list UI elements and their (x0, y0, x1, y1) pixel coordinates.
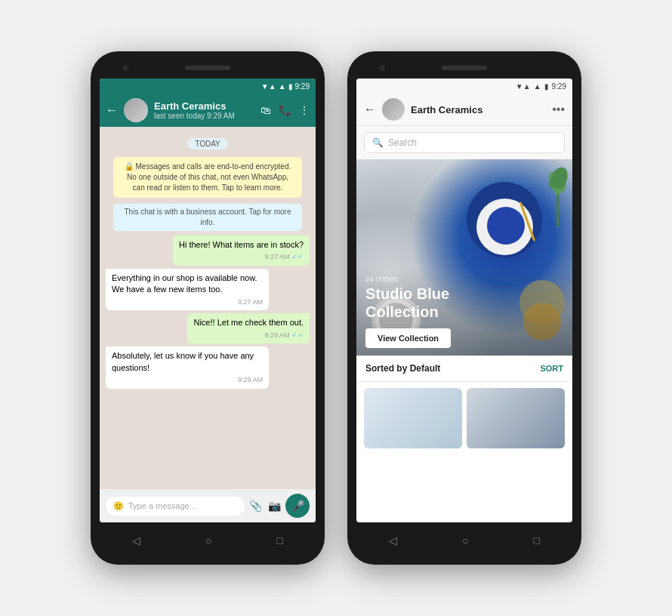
message-text: Absolutely, let us know if you have any … (112, 351, 254, 371)
back-button[interactable]: ← (106, 103, 118, 117)
message-time: 9:27 AM ✓✓ (179, 252, 304, 262)
more-options-icon[interactable]: ⋮ (299, 104, 310, 116)
phone-screen-2: ▼▲ ▲ ▮ 9:29 ← Earth Ceramics ••• 🔍 Searc… (356, 79, 572, 522)
sort-button[interactable]: SORT (540, 364, 563, 373)
search-icon: 🔍 (372, 137, 384, 148)
video-call-icon[interactable]: 📞 (279, 104, 291, 116)
message-text: Hi there! What items are in stock? (179, 240, 304, 249)
contact-status: last seen today 9:29 AM (154, 112, 254, 120)
status-icons-1: ▼▲ ▲ ▮ 9:29 (261, 82, 310, 91)
message-time: 9:29 AM (112, 375, 263, 385)
contact-name: Earth Ceramics (154, 100, 254, 112)
read-receipt: ✓✓ (291, 253, 304, 260)
message-text: Everything in our shop is available now.… (112, 273, 257, 294)
status-bar-1: ▼▲ ▲ ▮ 9:29 (100, 79, 316, 94)
product-item-2[interactable] (467, 388, 565, 448)
business-avatar (382, 98, 405, 121)
input-placeholder: Type a message... (128, 501, 196, 510)
phone-nav-bar-1: ◁ ○ □ (100, 525, 316, 556)
business-notice[interactable]: This chat is with a business account. Ta… (113, 204, 302, 231)
sort-bar: Sorted by Default SORT (356, 356, 572, 382)
message-input-area[interactable]: 🙂 Type a message... (106, 497, 245, 516)
phone-screen-1: ▼▲ ▲ ▮ 9:29 ← Earth Ceramics last seen t… (100, 79, 316, 522)
emoji-icon[interactable]: 🙂 (113, 501, 124, 511)
header-actions: 🛍 📞 ⋮ (260, 104, 310, 116)
nav-home-button[interactable]: ○ (205, 534, 211, 547)
nav-recents-button[interactable]: □ (534, 534, 540, 547)
phone-camera-1 (122, 65, 128, 71)
more-options-icon[interactable]: ••• (552, 103, 565, 116)
plate-small-decor (487, 207, 525, 245)
phone-nav-bar-2: ◁ ○ □ (356, 525, 572, 556)
collection-title: Studio BlueCollection (365, 285, 563, 321)
camera-icon[interactable]: 📷 (268, 500, 281, 512)
message-1: Hi there! What items are in stock? 9:27 … (173, 236, 310, 266)
time-display: 9:29 (295, 82, 310, 91)
business-name: Earth Ceramics (411, 104, 546, 116)
attachment-icons: 📎 📷 (249, 500, 281, 512)
chat-area: TODAY 🔒 Messages and calls are end-to-en… (100, 127, 316, 489)
read-receipt: ✓✓ (291, 331, 304, 339)
message-text: Nice!! Let me check them out. (193, 318, 304, 327)
date-label: TODAY (187, 138, 228, 149)
attachment-icon[interactable]: 📎 (249, 500, 262, 512)
hero-overlay: 24 ITEMS Studio BlueCollection View Coll… (356, 268, 572, 356)
phone-1: ▼▲ ▲ ▮ 9:29 ← Earth Ceramics last seen t… (91, 51, 325, 565)
phone-camera-2 (379, 65, 385, 71)
contact-avatar[interactable] (124, 98, 148, 122)
status-bar-2: ▼▲ ▲ ▮ 9:29 (356, 79, 572, 94)
wifi-icon: ▲ (534, 82, 541, 91)
contact-info: Earth Ceramics last seen today 9:29 AM (154, 100, 254, 120)
message-4: Absolutely, let us know if you have any … (106, 346, 269, 388)
mic-button[interactable]: 🎤 (285, 494, 310, 518)
shop-icon[interactable]: 🛍 (260, 104, 271, 116)
signal-icon: ▼▲ (516, 82, 531, 91)
plant-decor (546, 167, 569, 227)
phone-speaker-1 (185, 66, 230, 70)
sort-label: Sorted by Default (365, 363, 440, 374)
wa-header: ← Earth Ceramics last seen today 9:29 AM… (100, 94, 316, 127)
search-input[interactable]: 🔍 Search (364, 132, 565, 153)
phone-speaker-2 (442, 66, 487, 70)
phone-top-bar-2 (356, 60, 572, 75)
plant-leaf-2 (548, 165, 570, 191)
signal-icon: ▼▲ (261, 82, 276, 91)
battery-icon: ▮ (544, 82, 549, 91)
search-bar: 🔍 Search (356, 126, 572, 159)
chat-date-pill: TODAY (106, 136, 310, 149)
nav-back-button[interactable]: ◁ (132, 534, 140, 547)
product-grid (356, 382, 572, 454)
nav-home-button[interactable]: ○ (462, 534, 468, 547)
view-collection-button[interactable]: View Collection (365, 328, 451, 348)
shop-header: ← Earth Ceramics ••• (356, 94, 572, 126)
items-count: 24 ITEMS (365, 276, 563, 283)
phone-2: ▼▲ ▲ ▮ 9:29 ← Earth Ceramics ••• 🔍 Searc… (347, 51, 581, 565)
hero-section: 24 ITEMS Studio BlueCollection View Coll… (356, 159, 572, 356)
message-time: 9:29 AM ✓✓ (193, 331, 304, 340)
product-item-1[interactable] (364, 388, 462, 448)
input-bar: 🙂 Type a message... 📎 📷 🎤 (100, 489, 316, 522)
encryption-notice[interactable]: 🔒 Messages and calls are end-to-end encr… (113, 157, 302, 198)
nav-recents-button[interactable]: □ (277, 534, 283, 547)
phone-top-bar-1 (100, 60, 316, 75)
battery-icon: ▮ (288, 82, 293, 91)
wifi-icon: ▲ (279, 82, 286, 91)
nav-back-button[interactable]: ◁ (389, 534, 397, 547)
message-2: Everything in our shop is available now.… (106, 269, 269, 310)
search-placeholder: Search (388, 137, 417, 148)
message-3: Nice!! Let me check them out. 9:29 AM ✓✓ (187, 313, 310, 343)
time-display: 9:29 (552, 82, 566, 91)
back-button[interactable]: ← (364, 103, 376, 116)
message-time: 9:27 AM (112, 297, 263, 307)
